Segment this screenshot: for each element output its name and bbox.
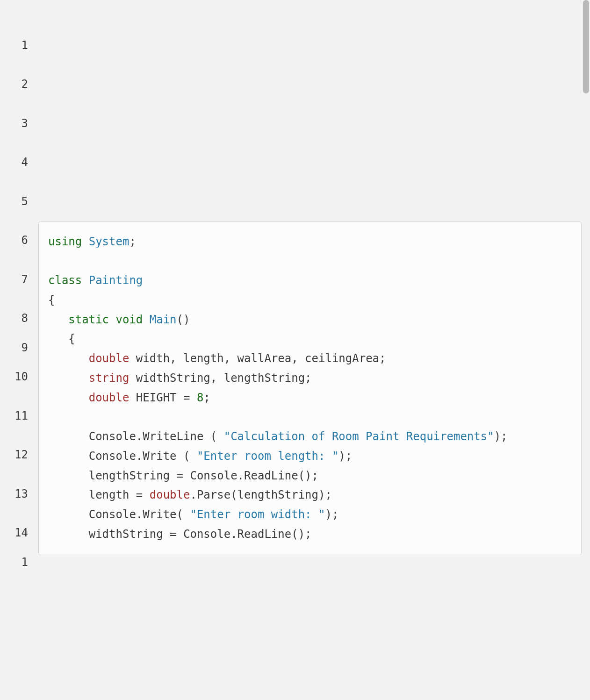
code-token: string (89, 371, 130, 385)
empty-row (38, 143, 582, 183)
code-token: double (89, 391, 130, 404)
code-token: static (68, 313, 109, 326)
code-token: ); (494, 430, 508, 443)
scrollbar-thumb[interactable] (583, 0, 589, 93)
code-token: Console.Write( (89, 508, 190, 521)
code-token: widthString = Console.ReadLine(); (89, 528, 312, 541)
empty-row (38, 104, 582, 143)
content-area: using System; class Painting { static vo… (38, 0, 582, 700)
code-token: double (150, 488, 190, 501)
code-block[interactable]: using System; class Painting { static vo… (38, 221, 582, 555)
code-token: ); (338, 450, 352, 463)
line-number: 9 (0, 338, 28, 358)
code-token: void (116, 313, 143, 326)
code-token: double (89, 352, 130, 365)
line-number: 14 (0, 514, 28, 553)
code-token: "Enter room width: " (190, 508, 325, 521)
line-number: 7 (0, 260, 28, 300)
code-token: 8 (197, 391, 203, 404)
code-token: .Parse(lengthString); (190, 488, 331, 501)
code-token: widthString, lengthString; (136, 371, 312, 385)
line-number: 5 (0, 182, 28, 221)
line-number: 11 (0, 397, 28, 436)
line-number: 1 (0, 26, 28, 65)
code-token: Painting (89, 274, 143, 287)
code-token: { (48, 293, 55, 307)
line-number: 4 (0, 143, 28, 183)
code-token: Console.Write ( (89, 450, 197, 463)
line-number: 13 (0, 475, 28, 514)
code-token: lengthString = Console.ReadLine(); (89, 469, 318, 482)
empty-row (38, 65, 582, 105)
code-token: "Enter room length: " (197, 450, 338, 463)
scrollbar-track[interactable] (582, 0, 590, 700)
code-token: width, length, wallArea, ceilingArea; (136, 352, 386, 365)
editor-container: 1 2 3 4 5 6 7 8 9 10 11 12 13 14 1 using… (0, 0, 590, 700)
empty-row (38, 26, 582, 65)
code-token: "Calculation of Room Paint Requirements" (224, 430, 494, 443)
code-token: HEIGHT = (136, 391, 197, 404)
line-number: 3 (0, 104, 28, 143)
code-token: length = (89, 488, 150, 501)
code-token: ; (203, 391, 210, 404)
code-token: Console.WriteLine ( (89, 430, 224, 443)
empty-row (38, 182, 582, 221)
code-token: ; (129, 235, 136, 248)
code-token: { (68, 332, 75, 345)
line-number: 2 (0, 65, 28, 105)
code-token: class (48, 274, 82, 287)
line-number: 1 (0, 553, 28, 572)
code-token: Main (150, 313, 177, 326)
line-number: 10 (0, 358, 28, 397)
code-token: using (48, 235, 82, 248)
code-token: () (177, 313, 190, 326)
line-number: 6 (0, 221, 28, 261)
line-number-gutter: 1 2 3 4 5 6 7 8 9 10 11 12 13 14 1 (0, 0, 38, 700)
code-token: ); (325, 508, 338, 521)
line-number: 12 (0, 436, 28, 475)
code-token: System (89, 235, 130, 248)
line-number: 8 (0, 300, 28, 339)
